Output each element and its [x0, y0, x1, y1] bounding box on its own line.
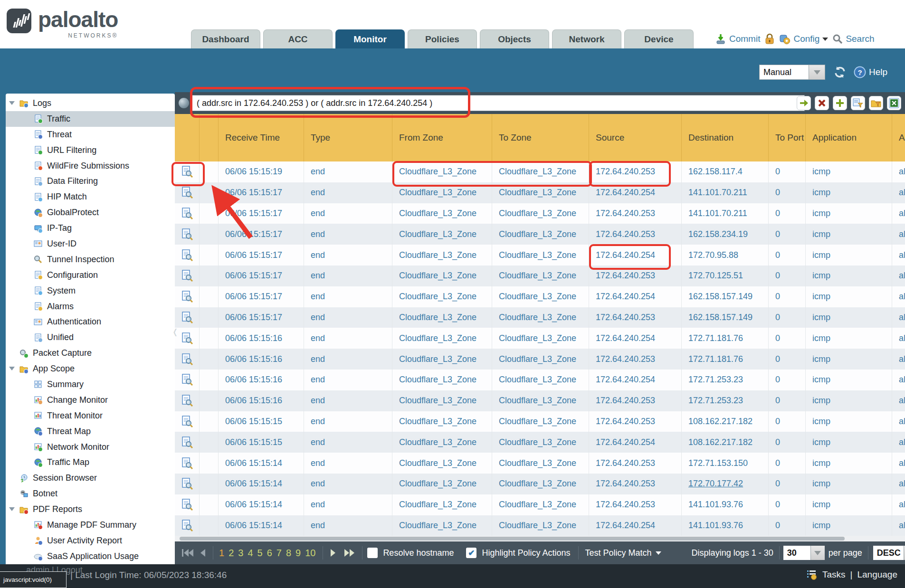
sidebar-item-manage-pdf-summary[interactable]: Manage PDF Summary	[6, 517, 175, 533]
page-number-4[interactable]: 4	[248, 548, 253, 559]
cell-destination[interactable]: 141.101.93.76	[682, 494, 769, 515]
cell-destination[interactable]: 172.71.181.76	[682, 349, 769, 370]
table-row[interactable]: 06/06 15:15:17endCloudflare_L3_ZoneCloud…	[175, 182, 905, 203]
load-filter-button[interactable]	[869, 96, 883, 110]
search-button[interactable]: Search	[832, 34, 874, 44]
commit-button[interactable]: Commit	[715, 33, 760, 45]
table-row[interactable]: 06/06 15:15:17endCloudflare_L3_ZoneCloud…	[175, 286, 905, 307]
sidebar-collapse-handle[interactable]: ❬	[172, 324, 177, 339]
clear-filter-button[interactable]	[815, 96, 829, 110]
sidebar-item-user-activity-report[interactable]: User Activity Report	[6, 533, 175, 549]
expander-icon[interactable]	[9, 101, 15, 105]
log-detail-icon[interactable]	[175, 161, 200, 182]
log-detail-icon[interactable]	[175, 266, 200, 286]
log-detail-icon[interactable]	[175, 328, 200, 349]
tasks-button[interactable]: Tasks	[822, 569, 846, 580]
table-row[interactable]: 06/06 15:15:17endCloudflare_L3_ZoneCloud…	[175, 307, 905, 328]
table-row[interactable]: 06/06 15:15:14endCloudflare_L3_ZoneCloud…	[175, 453, 905, 474]
column-header-action[interactable]: Action	[892, 114, 905, 161]
column-header-from-zone[interactable]: From Zone	[392, 114, 492, 161]
filter-query-input[interactable]	[191, 95, 805, 111]
log-detail-icon[interactable]	[175, 245, 200, 266]
sidebar-item-saas-application-usage[interactable]: SaaS Application Usage	[6, 549, 175, 564]
log-detail-icon[interactable]	[175, 411, 200, 432]
log-detail-icon[interactable]	[175, 432, 200, 453]
table-row[interactable]: 06/06 15:15:16endCloudflare_L3_ZoneCloud…	[175, 390, 905, 411]
horizontal-scrollbar[interactable]	[175, 536, 905, 541]
column-header-application[interactable]: Application	[806, 114, 892, 161]
log-detail-icon[interactable]	[175, 453, 200, 474]
page-number-9[interactable]: 9	[295, 548, 301, 559]
sidebar-item-traffic-map[interactable]: Traffic Map	[6, 455, 175, 470]
column-header-icons[interactable]	[175, 114, 200, 161]
page-number-6[interactable]: 6	[267, 548, 272, 559]
table-row[interactable]: 06/06 15:15:15endCloudflare_L3_ZoneCloud…	[175, 411, 905, 432]
sidebar-item-session-browser[interactable]: Session Browser	[6, 470, 175, 486]
sidebar-item-configuration[interactable]: Configuration	[6, 267, 175, 283]
column-header-source[interactable]: Source	[589, 114, 682, 161]
cell-destination[interactable]: 141.101.70.211	[682, 182, 769, 203]
table-row[interactable]: 06/06 15:15:14endCloudflare_L3_ZoneCloud…	[175, 474, 905, 494]
test-policy-match-button[interactable]: Test Policy Match	[585, 548, 661, 558]
table-row[interactable]: 06/06 15:15:19endCloudflare_L3_ZoneCloud…	[175, 161, 905, 182]
sidebar-item-unified[interactable]: Unified	[6, 330, 175, 345]
cell-destination[interactable]: 108.162.217.182	[682, 411, 769, 432]
table-row[interactable]: 06/06 15:15:15endCloudflare_L3_ZoneCloud…	[175, 432, 905, 453]
sidebar-item-tunnel-inspection[interactable]: Tunnel Inspection	[6, 252, 175, 267]
table-row[interactable]: 06/06 15:15:14endCloudflare_L3_ZoneCloud…	[175, 515, 905, 536]
filter-builder-button[interactable]	[851, 96, 865, 110]
resolve-hostname-checkbox[interactable]	[367, 548, 378, 558]
column-header-to-port[interactable]: To Port	[769, 114, 806, 161]
log-detail-icon[interactable]	[175, 494, 200, 515]
log-detail-icon[interactable]	[175, 474, 200, 494]
sidebar-item-change-monitor[interactable]: Change Monitor	[6, 392, 175, 408]
page-number-2[interactable]: 2	[229, 548, 234, 559]
export-csv-button[interactable]	[887, 96, 901, 110]
tab-device[interactable]: Device	[624, 29, 694, 48]
refresh-mode-dropdown-button[interactable]	[809, 65, 825, 80]
tab-policies[interactable]: Policies	[408, 29, 477, 48]
page-number-3[interactable]: 3	[238, 548, 243, 559]
sort-order-select[interactable]: DESC	[873, 546, 904, 560]
cell-destination[interactable]: 162.158.117.4	[682, 161, 769, 182]
sidebar-item-alarms[interactable]: Alarms	[6, 299, 175, 314]
sidebar-item-threat[interactable]: Threat	[6, 127, 175, 142]
scrollbar-thumb[interactable]	[180, 537, 845, 541]
tab-monitor[interactable]: Monitor	[335, 29, 405, 48]
log-detail-icon[interactable]	[175, 307, 200, 328]
add-filter-button[interactable]	[833, 96, 847, 110]
language-button[interactable]: Language	[857, 569, 897, 580]
sidebar-item-threat-map[interactable]: Threat Map	[6, 424, 175, 439]
page-number-7[interactable]: 7	[276, 548, 282, 559]
log-detail-icon[interactable]	[175, 286, 200, 307]
column-header-receive-time[interactable]: Receive Time	[219, 114, 304, 161]
help-button[interactable]: ? Help	[854, 66, 887, 78]
sidebar-item-authentication[interactable]: Authentication	[6, 314, 175, 330]
sidebar-item-url-filtering[interactable]: URL Filtering	[6, 142, 175, 158]
tab-acc[interactable]: ACC	[263, 29, 333, 48]
per-page-select[interactable]: 30	[783, 546, 810, 560]
table-row[interactable]: 06/06 15:15:16endCloudflare_L3_ZoneCloud…	[175, 349, 905, 370]
last-page-button[interactable]	[344, 549, 355, 557]
table-row[interactable]: 06/06 15:15:16endCloudflare_L3_ZoneCloud…	[175, 370, 905, 390]
apply-filter-button[interactable]	[797, 96, 811, 110]
page-number-5[interactable]: 5	[257, 548, 263, 559]
table-row[interactable]: 06/06 15:15:17endCloudflare_L3_ZoneCloud…	[175, 224, 905, 245]
sidebar-item-traffic[interactable]: Traffic	[6, 111, 175, 127]
tab-objects[interactable]: Objects	[480, 29, 549, 48]
table-row[interactable]: 06/06 15:15:17endCloudflare_L3_ZoneCloud…	[175, 203, 905, 224]
per-page-dropdown-button[interactable]	[810, 546, 825, 560]
sidebar-item-system[interactable]: System	[6, 283, 175, 299]
cell-destination[interactable]: 172.71.181.76	[682, 328, 769, 349]
cell-destination[interactable]: 162.158.157.149	[682, 307, 769, 328]
cell-destination[interactable]: 172.70.125.51	[682, 266, 769, 286]
column-header-icons[interactable]	[200, 114, 219, 161]
sidebar-item-threat-monitor[interactable]: Threat Monitor	[6, 408, 175, 424]
lock-icon[interactable]	[764, 33, 775, 45]
sidebar-item-user-id[interactable]: User-ID	[6, 236, 175, 252]
log-detail-icon[interactable]	[175, 182, 200, 203]
refresh-icon[interactable]	[833, 65, 847, 79]
cell-destination[interactable]: 162.158.157.149	[682, 286, 769, 307]
sidebar-item-globalprotect[interactable]: GlobalProtect	[6, 205, 175, 220]
sidebar-item-summary[interactable]: Summary	[6, 377, 175, 392]
